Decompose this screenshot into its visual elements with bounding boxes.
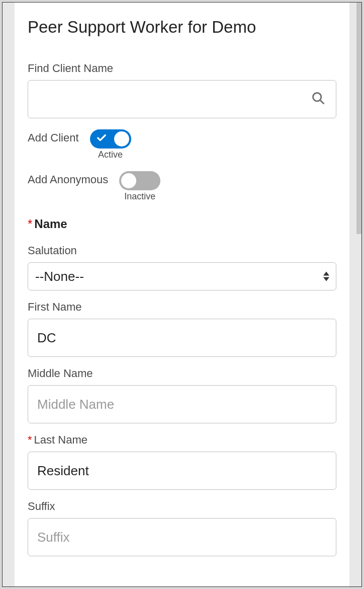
suffix-field: Suffix (28, 500, 336, 556)
middle-name-field: Middle Name (28, 367, 336, 423)
find-client-input[interactable] (28, 80, 336, 118)
add-client-label: Add Client (28, 129, 79, 144)
add-client-row: Add Client Active (28, 129, 336, 160)
first-name-input[interactable] (28, 319, 336, 357)
form-panel: Peer Support Worker for Demo Find Client… (15, 3, 349, 586)
add-anonymous-row: Add Anonymous Inactive (28, 171, 336, 202)
find-client-field (28, 80, 336, 118)
add-client-status: Active (98, 150, 123, 160)
check-icon (96, 132, 107, 145)
add-anonymous-toggle-col: Inactive (119, 171, 160, 202)
page-title: Peer Support Worker for Demo (28, 18, 336, 37)
name-section-label: Name (28, 217, 336, 231)
last-name-label: Last Name (28, 433, 336, 447)
add-anonymous-label: Add Anonymous (28, 171, 108, 186)
suffix-label: Suffix (28, 500, 336, 513)
add-client-toggle[interactable] (90, 129, 131, 149)
scrollbar[interactable] (356, 3, 361, 234)
add-client-toggle-col: Active (90, 129, 131, 160)
svg-line-1 (320, 100, 324, 104)
salutation-label: Salutation (28, 244, 336, 257)
suffix-input[interactable] (28, 518, 336, 556)
find-client-label: Find Client Name (28, 62, 336, 75)
add-anonymous-status: Inactive (124, 191, 155, 202)
first-name-field: First Name (28, 301, 336, 357)
salutation-select[interactable]: --None-- (28, 262, 336, 290)
salutation-value: --None-- (35, 269, 84, 284)
add-anonymous-toggle[interactable] (119, 171, 160, 190)
search-icon[interactable] (311, 91, 325, 107)
salutation-field: Salutation --None-- (28, 244, 336, 290)
middle-name-label: Middle Name (28, 367, 336, 380)
salutation-select-wrap: --None-- (28, 262, 336, 290)
middle-name-input[interactable] (28, 385, 336, 423)
last-name-field: Last Name (28, 433, 336, 490)
outer-frame: Peer Support Worker for Demo Find Client… (2, 2, 362, 587)
first-name-label: First Name (28, 301, 336, 314)
toggle-knob (121, 173, 136, 188)
last-name-input[interactable] (28, 452, 336, 490)
toggle-knob (114, 131, 129, 146)
